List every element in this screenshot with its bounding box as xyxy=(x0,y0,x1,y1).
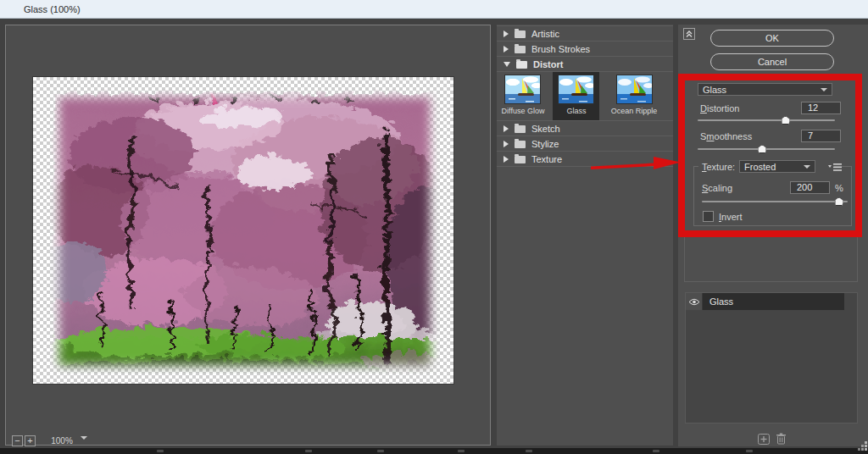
thumbnail-diffuse-glow[interactable] xyxy=(504,75,541,104)
expanded-arrow-icon xyxy=(504,62,510,67)
preview-image[interactable] xyxy=(49,89,440,374)
plus-icon xyxy=(758,434,770,445)
double-chevron-up-icon xyxy=(684,29,694,39)
category-label: Texture xyxy=(531,154,562,164)
folder-icon xyxy=(515,156,526,163)
category-sketch[interactable]: Sketch xyxy=(497,121,673,136)
category-label: Artistic xyxy=(531,29,559,39)
collapsed-arrow-icon xyxy=(504,156,509,163)
collapsed-arrow-icon xyxy=(504,30,509,37)
zoom-level-value: 100% xyxy=(45,435,79,447)
preview-canvas-checkerboard xyxy=(32,76,454,385)
delete-effect-layer-button[interactable] xyxy=(775,433,787,444)
new-effect-layer-button[interactable] xyxy=(757,434,770,445)
distort-thumbnails: Diffuse Glow Glass Ocean Ripple xyxy=(497,72,673,121)
category-label: Brush Strokes xyxy=(531,44,590,54)
annotation-arrow xyxy=(591,154,682,174)
folder-icon xyxy=(515,46,526,53)
zoom-out-button[interactable]: − xyxy=(12,435,23,446)
eye-icon xyxy=(688,298,700,306)
chevron-down-icon xyxy=(81,436,87,440)
thumbnail-label: Glass xyxy=(550,107,603,115)
thumbnail-ocean-ripple[interactable] xyxy=(616,75,653,104)
open-folder-icon xyxy=(516,61,527,69)
category-label: Distort xyxy=(533,59,563,69)
dialog-titlebar[interactable]: Glass (100%) xyxy=(0,0,868,19)
folder-icon xyxy=(515,30,526,38)
folder-icon xyxy=(515,141,526,148)
collapsed-arrow-icon xyxy=(504,125,509,132)
layer-name: Glass xyxy=(703,293,844,310)
category-label: Sketch xyxy=(531,124,560,134)
thumbnail-label: Ocean Ripple xyxy=(608,107,660,115)
category-brush-strokes[interactable]: Brush Strokes xyxy=(497,42,673,57)
preview-panel: − + 100% xyxy=(5,25,491,446)
category-stylize[interactable]: Stylize xyxy=(497,136,673,152)
trash-icon xyxy=(776,433,787,445)
category-distort[interactable]: Distort xyxy=(497,57,673,72)
zoom-in-button[interactable]: + xyxy=(25,435,36,446)
thumbnail-label: Diffuse Glow xyxy=(497,107,549,115)
cancel-button[interactable]: Cancel xyxy=(710,53,834,70)
dialog-title: Glass (100%) xyxy=(24,4,81,14)
taskbar-strip xyxy=(0,448,868,454)
resize-grip[interactable] xyxy=(858,441,868,451)
annotation-highlight-rectangle xyxy=(678,74,862,237)
category-label: Stylize xyxy=(531,139,559,149)
collapsed-arrow-icon xyxy=(504,141,509,147)
filter-gallery-window: Glass (100%) xyxy=(0,0,868,454)
effect-layer-row[interactable]: Glass xyxy=(686,293,857,310)
zoom-level-dropdown[interactable] xyxy=(81,436,92,446)
ok-button[interactable]: OK xyxy=(710,30,834,47)
layer-visibility-toggle[interactable] xyxy=(686,293,703,310)
folder-icon xyxy=(515,125,526,133)
collapsed-arrow-icon xyxy=(504,46,509,53)
category-artistic[interactable]: Artistic xyxy=(497,26,673,42)
thumbnail-glass[interactable] xyxy=(558,75,594,104)
effect-layers-list: Glass xyxy=(685,292,858,424)
collapse-panel-button[interactable] xyxy=(683,28,695,40)
filter-category-list: Artistic Brush Strokes Distort xyxy=(497,25,673,446)
